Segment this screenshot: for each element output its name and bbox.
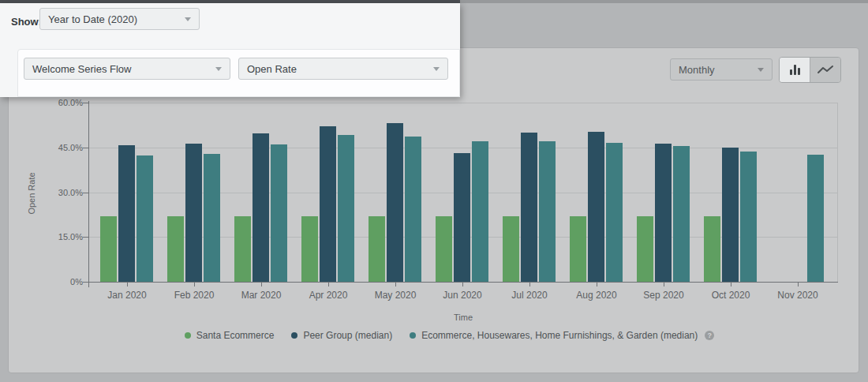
spotlight-panel: Show: Year to Date (2020) Welcome Series… [0, 3, 460, 97]
x-tick-label: Jun 2020 [427, 290, 498, 301]
plot-area [88, 103, 838, 283]
bar[interactable] [137, 155, 153, 283]
x-tick-label: May 2020 [360, 290, 431, 301]
y-tick-label: 0% [37, 277, 83, 286]
x-tick-label: Oct 2020 [695, 290, 766, 301]
x-tick-mark [261, 283, 262, 286]
bar[interactable] [637, 216, 653, 283]
flow-dropdown[interactable]: Welcome Series Flow [24, 58, 230, 80]
bar[interactable] [606, 143, 623, 283]
chevron-down-icon [185, 17, 191, 21]
y-tick-label: 15.0% [37, 232, 83, 242]
legend-item: Santa Ecommerce [185, 330, 275, 341]
bar[interactable] [338, 135, 354, 283]
y-axis-label: Open Rate [27, 146, 38, 241]
bar[interactable] [436, 216, 452, 283]
bar[interactable] [320, 126, 336, 283]
legend-dot [291, 332, 297, 339]
legend-label: Peer Group (median) [303, 330, 392, 341]
bar[interactable] [539, 141, 556, 283]
chevron-down-icon [433, 67, 440, 71]
x-tick-mark [529, 283, 530, 286]
bar[interactable] [301, 216, 318, 283]
chart-legend: Santa EcommercePeer Group (median)Ecomme… [9, 330, 859, 341]
bar[interactable] [387, 123, 403, 283]
bar[interactable] [655, 144, 672, 283]
period-dropdown[interactable]: Year to Date (2020) [39, 8, 200, 30]
period-dropdown-value: Year to Date (2020) [48, 13, 137, 25]
x-tick-mark [328, 283, 329, 286]
plot-right-border [837, 103, 838, 283]
legend-label: Santa Ecommerce [196, 330, 275, 341]
x-tick-label: Jan 2020 [92, 290, 163, 301]
legend-label: Ecommerce, Housewares, Home Furnishings,… [421, 330, 698, 341]
chevron-down-icon [215, 67, 222, 71]
top-strip-dimmed [460, 0, 868, 3]
x-tick-label: Apr 2020 [293, 290, 364, 301]
bar[interactable] [185, 144, 202, 283]
bar[interactable] [167, 216, 184, 283]
bar[interactable] [740, 152, 757, 283]
x-tick-mark [395, 283, 396, 286]
x-tick-label: Feb 2020 [159, 290, 230, 301]
y-tick-label: 60.0% [37, 98, 83, 107]
x-tick-mark [127, 283, 128, 286]
x-axis-line [88, 282, 838, 283]
bar[interactable] [253, 133, 269, 283]
bar[interactable] [807, 155, 824, 283]
bar[interactable] [369, 216, 385, 283]
metric-dropdown[interactable]: Open Rate [238, 58, 448, 80]
x-tick-mark [194, 283, 195, 286]
x-tick-mark [731, 283, 731, 286]
show-label: Show: [11, 16, 42, 28]
bar[interactable] [570, 216, 586, 283]
bar[interactable] [234, 216, 251, 283]
y-tick-label: 30.0% [37, 188, 83, 197]
bar[interactable] [118, 145, 135, 283]
bar[interactable] [673, 146, 690, 283]
flow-dropdown-value: Welcome Series Flow [32, 63, 131, 75]
bar[interactable] [704, 216, 720, 283]
x-tick-label: Aug 2020 [561, 290, 632, 301]
y-tick-label: 45.0% [37, 143, 83, 152]
bar[interactable] [454, 153, 470, 283]
bar[interactable] [405, 137, 421, 283]
x-tick-label: Nov 2020 [762, 290, 833, 301]
x-tick-mark [664, 283, 664, 286]
bar[interactable] [100, 216, 117, 283]
legend-dot [185, 332, 191, 339]
bar[interactable] [503, 216, 519, 283]
bar[interactable] [472, 141, 488, 283]
x-tick-label: Jul 2020 [494, 290, 565, 301]
y-tick-mark [83, 282, 88, 283]
y-tick-mark [83, 148, 88, 148]
legend-dot [410, 332, 416, 339]
metric-dropdown-value: Open Rate [247, 63, 297, 75]
x-tick-label: Mar 2020 [226, 290, 297, 301]
y-tick-mark [83, 237, 88, 238]
x-tick-mark [462, 283, 463, 286]
x-tick-mark [798, 283, 799, 286]
y-tick-mark [83, 193, 88, 193]
bar[interactable] [271, 144, 287, 283]
x-tick-label: Sep 2020 [628, 290, 699, 301]
legend-item: Ecommerce, Housewares, Home Furnishings,… [410, 330, 714, 341]
y-axis-line [88, 101, 89, 287]
dashboard-screen: Monthly Open Rate Time Santa EcommercePe… [0, 0, 868, 382]
bar[interactable] [722, 148, 739, 283]
x-axis-label: Time [88, 313, 838, 322]
bar[interactable] [521, 133, 537, 283]
y-tick-mark [83, 103, 88, 103]
x-tick-mark [597, 283, 597, 286]
legend-item: Peer Group (median) [291, 330, 392, 341]
bar[interactable] [588, 132, 604, 283]
gridline [88, 103, 838, 103]
help-icon[interactable]: ? [705, 331, 714, 340]
bar[interactable] [204, 154, 220, 283]
